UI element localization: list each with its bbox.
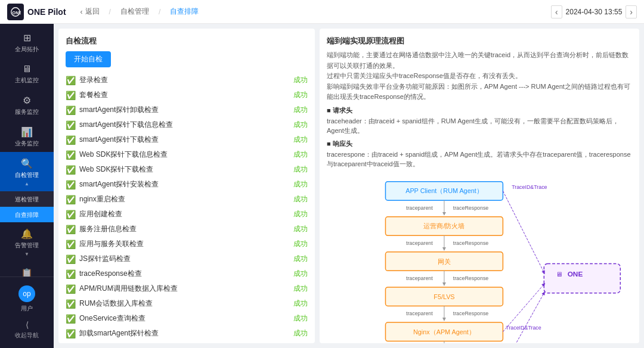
check-ok-icon: ✅	[66, 195, 76, 204]
alert-expand-icon: ▼	[24, 251, 29, 257]
check-ok-icon: ✅	[66, 91, 76, 100]
check-item-name: smartAgent探针安装检查	[79, 179, 159, 189]
check-item-name: nginx重启检查	[79, 194, 125, 204]
user-name: 用户	[21, 304, 33, 313]
back-arrow-icon: ‹	[80, 8, 83, 16]
check-item-name: 套餐检查	[79, 90, 108, 100]
check-ok-icon: ✅	[66, 314, 76, 324]
check-item-status: 成功	[293, 75, 308, 85]
avatar: op	[18, 285, 35, 302]
flow-svg: APP Client（RUM Agent） traceparent traceR…	[327, 174, 632, 343]
check-item-name: JS探针监码检查	[79, 254, 131, 264]
check-item-status: 成功	[293, 135, 308, 145]
nav-item-self-check[interactable]: 自检管理	[116, 4, 154, 19]
check-item-name: OneService查询检查	[79, 313, 145, 324]
alert-icon: 🔔	[21, 228, 33, 240]
svg-text:🖥: 🖥	[556, 271, 562, 278]
check-item: ✅ smartAgent探针下载检查 成功	[66, 133, 308, 147]
check-list: ✅ 登录检查 成功 ✅ 套餐检查 成功 ✅ smartAgent探针卸载检查 成…	[66, 73, 308, 343]
selfcheck-expand-icon: ▲	[24, 181, 29, 187]
sidebar-label-business: 业务监控	[15, 140, 39, 147]
check-ok-icon: ✅	[66, 299, 76, 309]
selfcheck-icon: 🔍	[21, 158, 33, 169]
main-layout: ⊞ 全局拓扑 🖥 主机监控 ⚙ 服务监控 📊 业务监控 🔍 自检管理 ▲	[0, 24, 644, 348]
check-item-status: 成功	[293, 120, 308, 130]
check-ok-icon: ✅	[66, 135, 76, 145]
collapse-icon: ⟨	[26, 320, 29, 330]
check-item-name: smartAgent探针下载检查	[79, 135, 159, 145]
check-item-left: ✅ Web SDK探针下载信息检查	[66, 150, 168, 160]
check-item-name: 应用与服务关联检查	[79, 239, 144, 249]
svg-text:ONE: ONE	[13, 10, 21, 15]
svg-text:traceparent: traceparent	[406, 205, 433, 211]
svg-line-36	[503, 293, 544, 343]
sidebar-sublabel-troubleshoot: 自查排障	[15, 212, 39, 219]
sidebar-subitem-troubleshoot[interactable]: 自查排障	[0, 207, 54, 222]
collapse-button[interactable]: ⟨ 收起导航	[2, 316, 51, 343]
sidebar-item-rules[interactable]: 📋 规则配置 ▼	[0, 262, 54, 276]
sidebar-item-service[interactable]: ⚙ 服务监控	[0, 89, 54, 120]
start-selfcheck-button[interactable]: 开始自检	[66, 51, 111, 67]
check-item-status: 成功	[293, 284, 308, 294]
sidebar-subitem-inspection[interactable]: 巡检管理	[0, 191, 54, 207]
request-header-text: traceheader：由traceid + spanid组件，RUM Agen…	[327, 116, 632, 136]
host-icon: 🖥	[22, 64, 32, 74]
check-item-left: ✅ 服务注册信息检查	[66, 224, 137, 234]
logo-text: ONE Pilot	[27, 7, 66, 17]
check-item-left: ✅ 套餐检查	[66, 90, 108, 100]
business-icon: 📊	[21, 126, 33, 138]
check-item-left: ✅ smartAgent探针下载检查	[66, 135, 159, 145]
check-item-status: 成功	[293, 239, 308, 249]
check-item-name: APM/RUM调用链数据入库检查	[79, 284, 178, 294]
next-time-button[interactable]: ›	[626, 5, 637, 18]
right-panel: 端到端实现原理流程图 端到端功能，主要通过在网络通信数据中注入唯一的关键trac…	[320, 29, 639, 343]
svg-line-32	[503, 191, 544, 272]
svg-text:traceResponse: traceResponse	[453, 205, 489, 211]
rules-icon: 📋	[21, 268, 33, 276]
sidebar-item-overview[interactable]: ⊞ 全局拓扑	[0, 26, 54, 58]
request-header-label: ■ 请求头	[327, 106, 632, 115]
logo-icon: ONE	[7, 4, 24, 20]
service-icon: ⚙	[23, 95, 31, 106]
nav-separator: /	[109, 8, 111, 16]
check-item: ✅ 应用与服务关联关系解析检查 成功	[66, 341, 308, 343]
check-item-name: 卸载smartAgent探针检查	[79, 328, 159, 338]
check-item-left: ✅ Web SDK探针下载检查	[66, 164, 153, 175]
check-item: ✅ smartAgent探针下载信息检查 成功	[66, 118, 308, 132]
check-item: ✅ 卸载smartAgent探针检查 成功	[66, 327, 308, 340]
check-item: ✅ APM/RUM调用链数据入库检查 成功	[66, 282, 308, 296]
prev-time-button[interactable]: ‹	[551, 5, 562, 18]
check-item-name: traceResponse检查	[79, 269, 142, 279]
check-item-left: ✅ 登录检查	[66, 75, 108, 85]
check-item: ✅ JS探针监码检查 成功	[66, 252, 308, 266]
check-ok-icon: ✅	[66, 76, 76, 85]
check-item-status: 成功	[293, 150, 308, 160]
sidebar-item-business[interactable]: 📊 业务监控	[0, 120, 54, 152]
svg-text:traceparent: traceparent	[406, 240, 433, 246]
nav-item-troubleshoot[interactable]: 自查排障	[165, 4, 203, 19]
check-item-left: ✅ traceResponse检查	[66, 269, 142, 279]
svg-text:运营商/防火墙: 运营商/防火墙	[423, 222, 465, 229]
topbar-nav: ‹ 返回 / 自检管理 / 自查排障	[76, 4, 551, 19]
svg-text:traceResponse: traceResponse	[453, 275, 489, 281]
response-header-text: tracerespone：由traceid + spanid组成，APM Age…	[327, 150, 632, 169]
svg-text:traceResponse: traceResponse	[453, 310, 489, 316]
check-item-left: ✅ JS探针监码检查	[66, 254, 131, 264]
check-item: ✅ 服务注册信息检查 成功	[66, 222, 308, 236]
response-header-label: ■ 响应头	[327, 139, 632, 148]
check-item: ✅ RUM会话数据入库检查 成功	[66, 297, 308, 310]
check-item: ✅ 应用创建检查 成功	[66, 207, 308, 221]
sidebar-item-host[interactable]: 🖥 主机监控	[0, 58, 54, 89]
user-profile[interactable]: op 用户	[2, 282, 51, 316]
back-button[interactable]: ‹ 返回	[76, 4, 104, 19]
left-panel-title: 自检流程	[66, 36, 308, 46]
sidebar-label-selfcheck: 自检管理	[15, 172, 39, 179]
check-item-status: 成功	[293, 254, 308, 264]
sidebar-item-selfcheck[interactable]: 🔍 自检管理 ▲	[0, 152, 54, 191]
sidebar-item-alert[interactable]: 🔔 告警管理 ▼	[0, 222, 54, 262]
time-nav: ‹ 2024-04-30 13:55 ›	[551, 5, 637, 18]
check-ok-icon: ✅	[66, 165, 76, 175]
check-item-status: 成功	[293, 105, 308, 115]
diagram-desc: 端到端功能，主要通过在网络通信数据中注入唯一的关键traceid，从而达到平台查…	[327, 50, 632, 102]
check-item: ✅ Web SDK探针下载检查 成功	[66, 163, 308, 176]
